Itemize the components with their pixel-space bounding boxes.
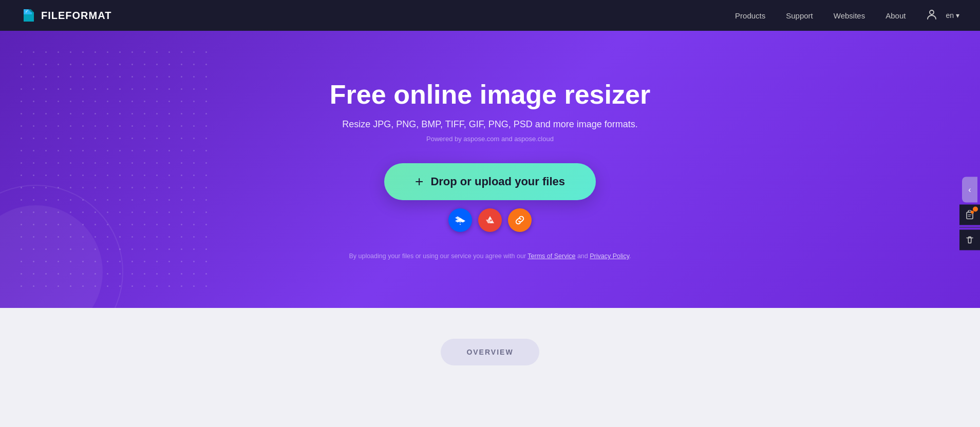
trash-icon	[965, 236, 974, 245]
privacy-policy-link[interactable]: Privacy Policy	[590, 253, 629, 260]
logo-text: FILEFORMAT	[41, 10, 111, 22]
navbar: FILEFORMAT Products Support Websites Abo…	[0, 0, 980, 31]
svg-point-7	[971, 211, 974, 214]
upload-sources	[448, 208, 532, 232]
nav-right-controls: en ▾	[926, 9, 959, 23]
lang-label: en	[946, 11, 954, 20]
overview-button[interactable]: OVERVIEW	[441, 339, 539, 365]
user-icon[interactable]	[926, 9, 937, 23]
hero-subtitle: Resize JPG, PNG, BMP, TIFF, GIF, PNG, PS…	[342, 119, 638, 130]
floating-sidebar: ‹	[959, 177, 980, 250]
upload-button-label: Drop or upload your files	[430, 175, 565, 188]
language-selector[interactable]: en ▾	[946, 11, 959, 20]
nav-websites[interactable]: Websites	[834, 11, 865, 20]
url-upload-button[interactable]	[508, 208, 532, 232]
nav-products[interactable]: Products	[735, 11, 765, 20]
terms-of-service-link[interactable]: Terms of Service	[527, 253, 575, 260]
svg-point-5	[460, 224, 461, 225]
nav-links: Products Support Websites About	[735, 11, 906, 20]
dropbox-upload-button[interactable]	[448, 208, 472, 232]
sidebar-clipboard-button[interactable]	[959, 205, 980, 225]
nav-support[interactable]: Support	[786, 11, 813, 20]
google-drive-upload-button[interactable]	[478, 208, 502, 232]
nav-about[interactable]: About	[885, 11, 906, 20]
sidebar-divider	[959, 227, 980, 228]
sidebar-toggle-icon: ‹	[968, 185, 971, 195]
hero-section: Free online image resizer Resize JPG, PN…	[0, 31, 980, 308]
svg-point-4	[930, 10, 934, 14]
sidebar-toggle-button[interactable]: ‹	[962, 177, 977, 203]
sidebar-trash-button[interactable]	[959, 230, 980, 250]
logo[interactable]: FILEFORMAT	[21, 7, 111, 24]
circle-decoration-2	[0, 185, 123, 308]
clipboard-icon	[965, 210, 974, 220]
plus-icon: +	[415, 174, 423, 189]
lang-chevron-icon: ▾	[956, 11, 959, 20]
logo-icon	[21, 7, 37, 24]
upload-button[interactable]: + Drop or upload your files	[384, 163, 596, 200]
dots-decoration-left	[0, 31, 216, 308]
below-hero-section: OVERVIEW	[0, 308, 980, 411]
hero-powered-by: Powered by aspose.com and aspose.cloud	[426, 135, 554, 143]
circle-decoration	[0, 205, 103, 308]
hero-terms: By uploading your files or using our ser…	[349, 253, 631, 260]
hero-title: Free online image resizer	[330, 79, 650, 110]
